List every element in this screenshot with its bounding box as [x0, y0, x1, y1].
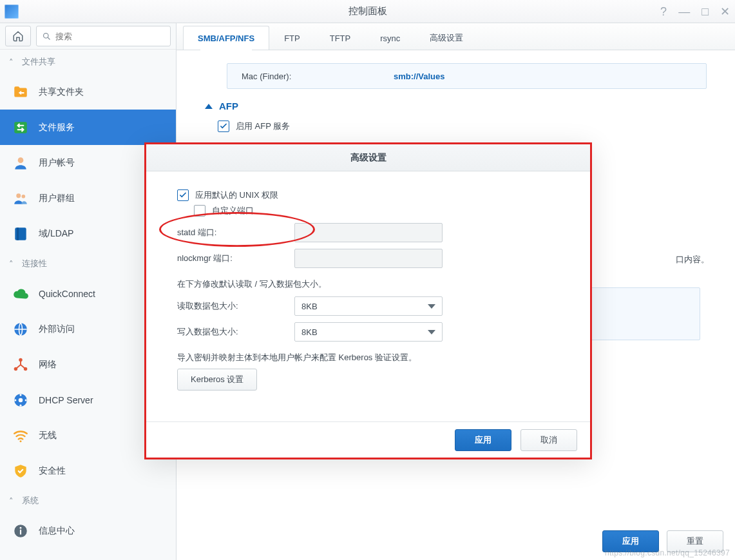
tab-ftp[interactable]: FTP [269, 26, 315, 50]
sidebar-toolbar [0, 23, 176, 50]
statd-port-input[interactable] [294, 223, 443, 242]
kerberos-description: 导入密钥并映射主体到本地用户帐户来配置 Kerberos 验证设置。 [177, 352, 559, 363]
write-size-label: 写入数据包大小: [177, 326, 294, 338]
window-controls: ? — □ ✕ [660, 0, 730, 23]
svg-point-16 [14, 399, 16, 401]
svg-line-1 [48, 37, 50, 39]
svg-rect-7 [17, 227, 19, 240]
nlockmgr-label: nlockmgr 端口: [177, 253, 294, 264]
chevron-up-icon: ˄ [9, 496, 17, 506]
checkbox-icon[interactable] [177, 189, 189, 201]
checkbox-icon[interactable] [194, 205, 205, 217]
custom-port-row[interactable]: 自定义端口 [194, 205, 559, 217]
title-bar: 控制面板 ? — □ ✕ [0, 0, 735, 23]
tab-rsync[interactable]: rsync [365, 26, 415, 50]
info-icon [12, 522, 30, 540]
svg-point-5 [22, 194, 26, 198]
home-button[interactable] [5, 26, 31, 46]
sidebar-item-label: QuickConnect [39, 289, 95, 299]
sidebar-item-label: 信息中心 [39, 525, 75, 537]
shield-icon [12, 462, 30, 480]
mac-finder-label: Mac (Finder): [242, 72, 394, 81]
sidebar-item-label: 共享文件夹 [39, 86, 84, 98]
write-size-select[interactable]: 8KB [294, 322, 443, 342]
section-file-share[interactable]: ˄文件共享 [0, 50, 176, 74]
chevron-down-icon [428, 330, 435, 334]
unix-perm-row[interactable]: 应用默认的 UNIX 权限 [177, 189, 559, 201]
sidebar-item-label: 安全性 [39, 465, 66, 477]
select-value: 8KB [301, 327, 318, 337]
sidebar-item-file-services[interactable]: 文件服务 [0, 110, 176, 145]
close-icon[interactable]: ✕ [720, 6, 730, 17]
section-system[interactable]: ˄系统 [0, 488, 176, 513]
read-size-label: 读取数据包大小: [177, 300, 294, 312]
logo-icon [5, 5, 19, 19]
sidebar-item-info-center[interactable]: 信息中心 [0, 513, 176, 548]
minimize-icon[interactable]: — [678, 6, 690, 17]
svg-point-14 [19, 394, 21, 396]
file-services-icon [12, 119, 30, 137]
chevron-up-icon: ˄ [9, 57, 17, 67]
read-size-row: 读取数据包大小: 8KB [177, 296, 559, 316]
read-size-select[interactable]: 8KB [294, 296, 443, 316]
dialog-cancel-button[interactable]: 取消 [520, 429, 577, 451]
tab-tftp[interactable]: TFTP [315, 26, 366, 50]
afp-section-label: AFP [219, 101, 238, 111]
sidebar-item-shared-folder[interactable]: 共享文件夹 [0, 74, 176, 110]
advanced-settings-dialog: 高级设置 应用默认的 UNIX 权限 自定义端口 statd 端口: nlock… [144, 142, 592, 459]
wifi-icon [12, 427, 30, 445]
chevron-up-icon: ˄ [9, 259, 17, 269]
nlockmgr-port-input[interactable] [294, 249, 443, 268]
user-icon [12, 154, 30, 172]
footer-bar: 应用 重置 [602, 530, 723, 552]
statd-label: statd 端口: [177, 227, 294, 238]
maximize-icon[interactable]: □ [702, 6, 709, 17]
help-icon[interactable]: ? [660, 6, 667, 17]
sidebar-item-label: 外部访问 [39, 323, 75, 335]
dialog-apply-button[interactable]: 应用 [455, 429, 511, 451]
tab-advanced[interactable]: 高级设置 [415, 26, 478, 50]
sidebar-item-label: 网络 [39, 359, 57, 371]
statd-port-row: statd 端口: [177, 223, 559, 242]
tab-smb-afp-nfs[interactable]: SMB/AFP/NFS [183, 26, 269, 50]
sidebar-item-label: 文件服务 [39, 122, 75, 133]
apply-button[interactable]: 应用 [602, 530, 659, 552]
group-icon [12, 189, 30, 208]
section-label: 连接性 [22, 258, 47, 269]
afp-section-header[interactable]: AFP [205, 101, 707, 111]
sidebar-item-label: 域/LDAP [39, 228, 73, 240]
search-box[interactable] [36, 26, 171, 46]
select-value: 8KB [301, 302, 318, 311]
dialog-body: 应用默认的 UNIX 权限 自定义端口 statd 端口: nlockmgr 端… [146, 171, 590, 421]
search-input[interactable] [54, 31, 165, 42]
enable-afp-row[interactable]: 启用 AFP 服务 [218, 121, 707, 132]
truncated-text: 口内容。 [676, 254, 709, 266]
kerberos-settings-button[interactable]: Kerberos 设置 [177, 369, 257, 391]
nlockmgr-port-row: nlockmgr 端口: [177, 249, 559, 268]
tabs: SMB/AFP/NFS FTP TFTP rsync 高级设置 [177, 23, 735, 50]
svg-rect-6 [15, 227, 26, 240]
write-size-row: 写入数据包大小: 8KB [177, 322, 559, 342]
book-icon [12, 225, 30, 243]
window: 控制面板 ? — □ ✕ ˄文件共享 共享文 [0, 0, 735, 560]
svg-point-3 [18, 157, 24, 163]
svg-point-9 [19, 358, 22, 361]
checkbox-icon[interactable] [218, 121, 229, 132]
reset-button[interactable]: 重置 [667, 530, 723, 552]
svg-point-17 [25, 399, 27, 401]
svg-rect-20 [20, 529, 21, 534]
sidebar-item-label: 无线 [39, 430, 57, 441]
section-label: 系统 [22, 495, 39, 507]
globe-icon [12, 320, 30, 338]
app-logo [0, 0, 23, 23]
svg-point-4 [16, 193, 21, 198]
sidebar-item-label: DHCP Server [39, 395, 93, 405]
info-panel-fragment [591, 287, 700, 340]
svg-point-21 [20, 526, 22, 528]
svg-point-13 [19, 398, 23, 402]
svg-point-15 [19, 404, 21, 406]
unix-perm-label: 应用默认的 UNIX 权限 [195, 189, 278, 201]
packet-size-description: 在下方修改默认读取 / 写入数据包大小。 [177, 278, 559, 290]
smb-mac-link-box: Mac (Finder): smb://Values [227, 63, 707, 89]
sidebar-item-label: 用户群组 [39, 193, 75, 204]
